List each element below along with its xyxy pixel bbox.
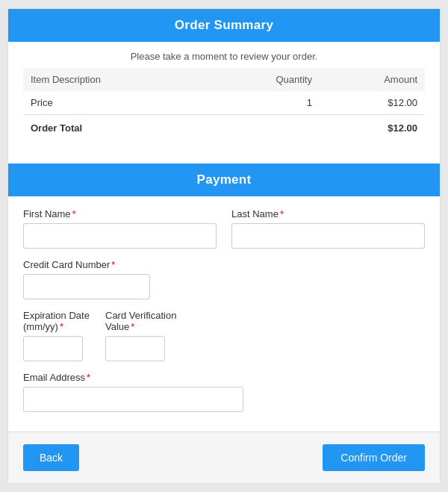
expiry-input[interactable]	[23, 336, 83, 361]
last-name-label: Last Name*	[231, 208, 425, 219]
confirm-order-button[interactable]: Confirm Order	[323, 444, 425, 471]
cc-number-label: Credit Card Number*	[23, 259, 425, 270]
order-total-row: Order Total $12.00	[23, 115, 425, 140]
row-description: Price	[23, 91, 208, 115]
email-group: Email Address*	[23, 372, 425, 412]
email-label: Email Address*	[23, 372, 425, 383]
cvv-label: Card Verification Value*	[105, 310, 187, 332]
cvv-input[interactable]	[105, 336, 165, 361]
last-name-input[interactable]	[231, 223, 425, 249]
email-input[interactable]	[23, 387, 243, 412]
order-table: Item Description Quantity Amount Price 1…	[23, 68, 425, 140]
cc-number-group: Credit Card Number*	[23, 259, 425, 299]
col-amount: Amount	[320, 68, 425, 91]
expiry-cvv-row: Expiration Date (mm/yy)* Card Verificati…	[23, 310, 425, 361]
order-summary-header: Order Summary	[8, 9, 440, 42]
page-wrapper: Order Summary Please take a moment to re…	[7, 8, 441, 484]
row-amount: $12.00	[320, 91, 425, 115]
last-name-group: Last Name*	[231, 208, 425, 249]
back-button[interactable]: Back	[23, 444, 79, 471]
form-body: First Name* Last Name* Credit Card Numbe…	[8, 196, 440, 432]
order-table-wrapper: Item Description Quantity Amount Price 1…	[8, 68, 440, 164]
first-name-group: First Name*	[23, 208, 217, 249]
name-row: First Name* Last Name*	[23, 208, 425, 249]
table-row: Price 1 $12.00	[23, 91, 425, 115]
total-label: Order Total	[23, 115, 208, 140]
col-quantity: Quantity	[208, 68, 320, 91]
total-amount: $12.00	[320, 115, 425, 140]
cc-number-input[interactable]	[23, 274, 150, 299]
payment-section: Payment First Name* Last Name*	[8, 164, 440, 432]
expiry-label: Expiration Date (mm/yy)*	[23, 310, 90, 332]
expiry-group: Expiration Date (mm/yy)*	[23, 310, 90, 361]
payment-header: Payment	[8, 164, 440, 196]
cvv-group: Card Verification Value*	[105, 310, 187, 361]
row-quantity: 1	[208, 91, 320, 115]
footer-bar: Back Confirm Order	[8, 432, 440, 483]
col-description: Item Description	[23, 68, 208, 91]
review-text: Please take a moment to review your orde…	[8, 42, 440, 68]
first-name-input[interactable]	[23, 223, 217, 249]
first-name-label: First Name*	[23, 208, 217, 219]
